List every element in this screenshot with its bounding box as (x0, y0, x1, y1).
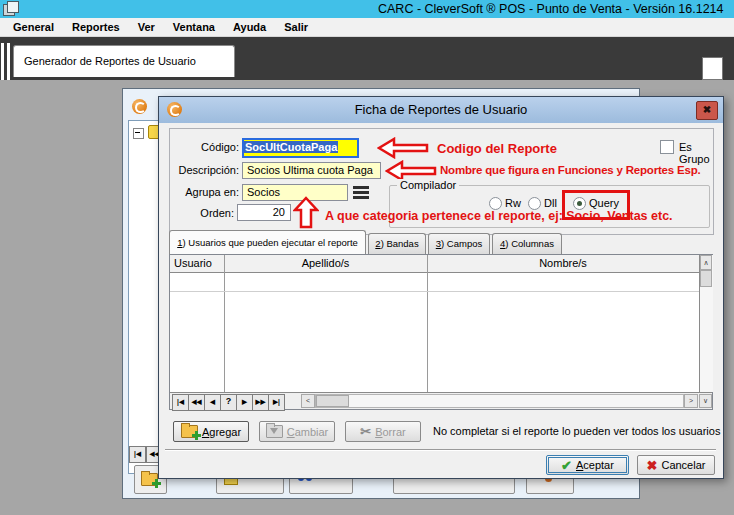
scissors-icon: ✂ (360, 424, 371, 439)
mdi-tab-generador-reportes[interactable]: Generador de Reportes de Usuario (13, 45, 235, 77)
menu-ventana[interactable]: Ventana (164, 20, 224, 34)
hamburger-menu-icon[interactable] (353, 186, 369, 199)
selected-text: SocUltCuotaPaga (244, 141, 338, 153)
orden-label: Orden: (169, 207, 234, 219)
menu-ayuda[interactable]: Ayuda (224, 20, 275, 34)
nav-help-button[interactable]: ? (220, 394, 237, 411)
scrollbar-thumb[interactable] (700, 270, 712, 287)
column-header-nombres[interactable]: Nombre/s (427, 255, 699, 273)
cleversoft-logo-icon (132, 99, 147, 114)
scroll-right-icon[interactable]: > (684, 394, 698, 408)
column-header-usuario[interactable]: Usuario (170, 255, 224, 273)
column-divider (224, 255, 225, 392)
red-arrow-up-icon (293, 196, 319, 229)
screen: CARC - CleverSoft ® POS - Punto de Venta… (0, 0, 734, 515)
tree-collapse-icon[interactable] (133, 128, 144, 139)
descripcion-label: Descripción: (169, 164, 239, 176)
annotation-agrupa: A que categoria pertenece el reporte, ej… (325, 209, 673, 223)
column-header-apellidos[interactable]: Apellido/s (224, 255, 427, 273)
splitter-bar[interactable] (7, 43, 10, 80)
tab-bandas[interactable]: 2) Bandas (368, 233, 426, 254)
nav-first-button[interactable]: |◀ (172, 394, 189, 411)
ficha-reportes-dialog: Ficha de Reportes de Usuario ✖ Código: S… (158, 96, 724, 479)
borrar-button[interactable]: ✂ Borrar (345, 421, 421, 442)
cancelar-button[interactable]: ✖ Cancelar (637, 455, 715, 475)
add-folder-icon (181, 425, 198, 438)
vertical-scrollbar[interactable]: ∧ (699, 255, 713, 392)
band-blank-field (702, 57, 723, 80)
descripcion-input[interactable]: Socios Ultima cuota Paga (242, 162, 381, 179)
radio-rw-label: Rw (505, 197, 521, 209)
red-arrow-left-icon (377, 137, 429, 159)
menubar: General Reportes Ver Ventana Ayuda Salir (0, 18, 734, 37)
codigo-input[interactable]: SocUltCuotaPaga (242, 138, 359, 158)
nav-next-button[interactable]: ▶ (236, 394, 253, 411)
menu-salir[interactable]: Salir (275, 20, 317, 34)
agregar-button[interactable]: Agregar (173, 421, 249, 442)
orden-input[interactable]: 20 (237, 204, 291, 221)
annotation-descripcion: Nombre que figura en Funciones y Reporte… (440, 164, 700, 176)
tab-usuarios[interactable]: 1) Usuarios que pueden ejecutar el repor… (169, 230, 366, 254)
compilador-legend: Compilador (397, 179, 459, 191)
nav-prior-page-button[interactable]: ◀◀ (188, 394, 205, 411)
divider (165, 449, 716, 451)
menu-general[interactable]: General (4, 20, 63, 34)
nav-last-button[interactable]: ▶| (268, 394, 285, 411)
users-grid[interactable]: Usuario Apellido/s Nombre/s ∧ |◀ ◀◀ ◀ ? … (169, 254, 713, 410)
menu-ver[interactable]: Ver (129, 20, 164, 34)
es-grupo-checkbox[interactable] (660, 140, 674, 154)
scroll-up-icon[interactable]: ∧ (700, 255, 712, 270)
menu-reportes[interactable]: Reportes (63, 20, 129, 34)
change-icon (266, 425, 283, 438)
scrollbar-thumb[interactable] (316, 395, 349, 407)
dialog-titlebar: Ficha de Reportes de Usuario (159, 97, 723, 123)
check-icon: ✔ (561, 458, 572, 473)
tab-campos[interactable]: 3) Campos (428, 233, 490, 254)
codigo-label: Código: (169, 141, 239, 153)
app-title: CARC - CleverSoft ® POS - Punto de Venta… (378, 2, 724, 16)
splitter-bar[interactable] (1, 43, 4, 80)
nav-prior-button[interactable]: ◀ (204, 394, 221, 411)
scroll-left-icon[interactable]: < (301, 394, 315, 408)
bg-nav-first-button[interactable]: |◀ (129, 446, 146, 463)
mdi-tab-band: Generador de Reportes de Usuario (0, 37, 734, 80)
aceptar-button[interactable]: ✔ Aceptar (546, 455, 629, 475)
annotation-codigo: Codigo del Reporte (437, 141, 557, 156)
app-window-icon (3, 1, 18, 15)
x-icon: ✖ (647, 458, 658, 473)
horizontal-scrollbar[interactable] (315, 394, 684, 408)
tab-columnas[interactable]: 4) Columnas (492, 233, 562, 254)
main-titlebar: CARC - CleverSoft ® POS - Punto de Venta… (0, 0, 734, 18)
column-divider (427, 255, 428, 392)
es-grupo-label: Es Grupo (679, 141, 723, 165)
nav-next-page-button[interactable]: ▶▶ (252, 394, 269, 411)
close-icon[interactable]: ✖ (696, 101, 718, 120)
scroll-down-icon[interactable]: ∨ (699, 394, 712, 408)
grid-navigator-row: |◀ ◀◀ ◀ ? ▶ ▶▶ ▶| < > ∨ (170, 392, 712, 409)
cleversoft-logo-icon (167, 102, 182, 117)
users-hint-text: No completar si el reporte lo pueden ver… (433, 425, 720, 437)
cambiar-button[interactable]: Cambiar (259, 421, 335, 442)
agrupa-label: Agrupa en: (169, 186, 239, 198)
radio-dll-label: Dll (544, 197, 557, 209)
row-divider (170, 291, 699, 292)
